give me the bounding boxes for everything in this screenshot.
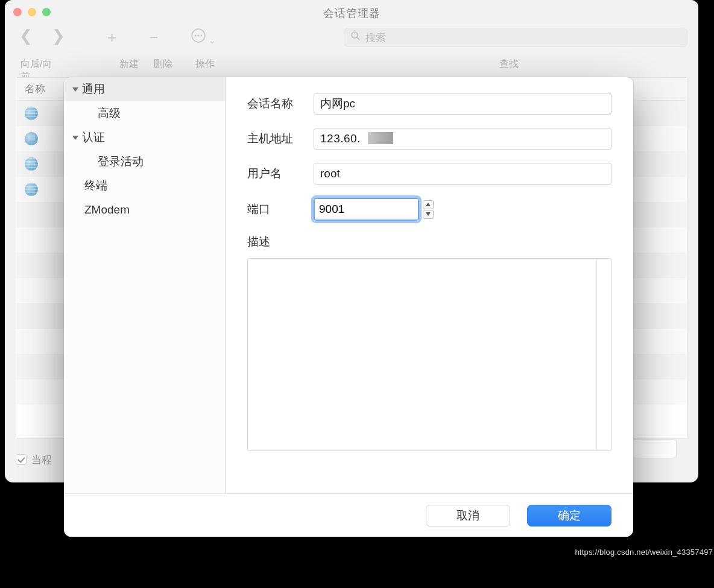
- sidebar-label: 高级: [98, 106, 121, 121]
- globe-icon: [25, 132, 38, 145]
- ellipsis-circle-icon: [191, 28, 206, 43]
- svg-point-3: [201, 34, 203, 36]
- startup-checkbox-label: 当程: [31, 453, 52, 467]
- search-field[interactable]: 搜索: [344, 28, 687, 47]
- triangle-down-icon: [426, 212, 431, 216]
- settings-form: 会话名称 主机地址 用户名 端口: [226, 77, 633, 493]
- sidebar-label: 认证: [82, 130, 105, 145]
- session-name-input[interactable]: [314, 93, 611, 115]
- port-input[interactable]: [314, 198, 419, 221]
- sidebar-label: ZModem: [84, 203, 130, 217]
- host-input[interactable]: [314, 128, 611, 150]
- cancel-button[interactable]: 取消: [426, 505, 510, 526]
- watermark-text: https://blog.csdn.net/weixin_43357497: [575, 548, 713, 557]
- globe-icon: [25, 107, 38, 120]
- footer-button[interactable]: [628, 439, 677, 458]
- nav-group: ❮ ❯: [19, 28, 65, 43]
- port-stepper: [423, 200, 434, 219]
- toolbar: ❮ ❯ + − ⌄ 搜索: [5, 24, 698, 59]
- sidebar-item-advanced[interactable]: 高级: [64, 101, 225, 125]
- description-label: 描述: [247, 234, 611, 250]
- button-label: 取消: [457, 508, 479, 523]
- chevron-down-icon: [72, 136, 78, 140]
- ok-button[interactable]: 确定: [527, 505, 611, 526]
- sidebar-label: 通用: [82, 81, 105, 97]
- triangle-up-icon: [426, 203, 431, 206]
- titlebar: 会话管理器: [5, 0, 698, 24]
- session-name-label: 会话名称: [247, 96, 314, 112]
- settings-sidebar: 通用 高级 认证 登录活动 终端 ZModem: [64, 77, 226, 493]
- description-textarea[interactable]: [247, 258, 611, 451]
- search-placeholder: 搜索: [365, 31, 386, 45]
- sidebar-item-terminal[interactable]: 终端: [64, 174, 225, 198]
- sidebar-item-auth[interactable]: 认证: [64, 125, 225, 150]
- svg-point-1: [195, 34, 197, 36]
- port-step-down[interactable]: [423, 210, 434, 219]
- username-label: 用户名: [247, 166, 314, 182]
- sidebar-label: 登录活动: [98, 154, 144, 169]
- chevron-down-icon: [72, 87, 78, 92]
- sidebar-item-general[interactable]: 通用: [64, 77, 225, 101]
- port-label: 端口: [247, 201, 314, 217]
- sidebar-label: 终端: [84, 178, 107, 194]
- action-menu[interactable]: ⌄: [191, 28, 216, 46]
- search-icon: [350, 31, 361, 44]
- startup-checkbox[interactable]: [16, 454, 27, 465]
- svg-point-2: [198, 34, 200, 36]
- minus-icon[interactable]: −: [149, 30, 158, 45]
- session-edit-sheet: 通用 高级 认证 登录活动 终端 ZModem 会话名称: [64, 77, 633, 537]
- forward-icon[interactable]: ❯: [52, 28, 65, 43]
- globe-icon: [25, 157, 38, 171]
- scrollbar[interactable]: [596, 259, 611, 450]
- host-label: 主机地址: [247, 131, 314, 147]
- port-step-up[interactable]: [423, 200, 434, 209]
- sidebar-item-login-activity[interactable]: 登录活动: [64, 150, 225, 174]
- add-icon[interactable]: +: [107, 30, 116, 45]
- username-input[interactable]: [314, 163, 611, 185]
- globe-icon: [25, 183, 38, 196]
- window-title: 会话管理器: [5, 6, 698, 21]
- sheet-footer: 取消 确定: [64, 493, 633, 537]
- back-icon[interactable]: ❮: [19, 28, 33, 43]
- redacted-block: [368, 132, 393, 144]
- svg-line-5: [357, 37, 359, 40]
- sidebar-item-zmodem[interactable]: ZModem: [64, 198, 225, 222]
- button-label: 确定: [558, 508, 581, 523]
- chevron-down-icon: ⌄: [209, 36, 216, 45]
